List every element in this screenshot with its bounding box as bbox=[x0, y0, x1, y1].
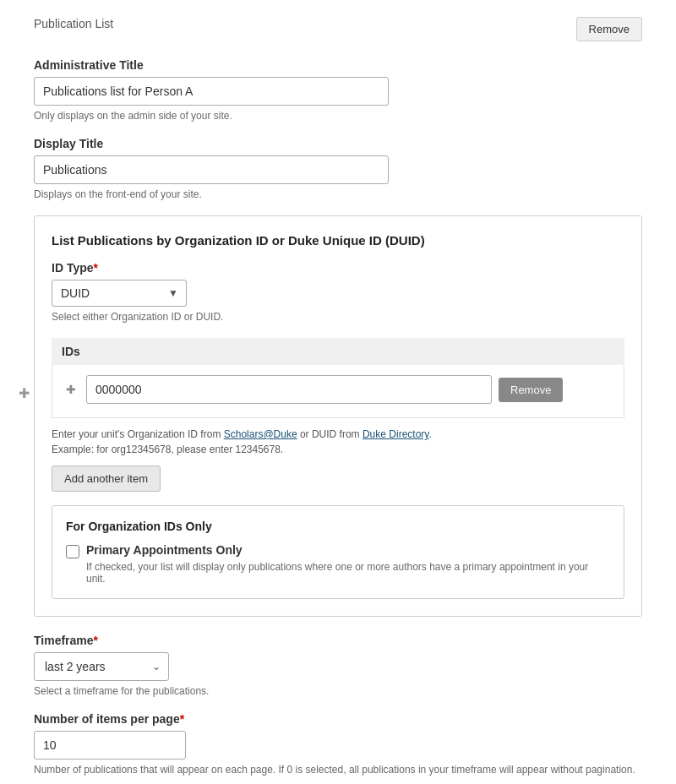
id-type-select-wrapper: DUID Organization ID ▼ bbox=[52, 280, 187, 307]
id-row: ✚ Remove bbox=[63, 375, 613, 404]
items-per-page-input[interactable] bbox=[34, 731, 186, 760]
remove-id-button[interactable]: Remove bbox=[499, 378, 563, 402]
timeframe-group: Timeframe* last 2 years last 5 years las… bbox=[34, 634, 642, 697]
section-title: Publication List bbox=[34, 17, 113, 30]
items-per-page-required-star: * bbox=[180, 712, 184, 726]
admin-title-group: Administrative Title Only displays on th… bbox=[34, 58, 642, 122]
admin-title-input[interactable] bbox=[34, 77, 389, 106]
primary-appointments-checkbox[interactable] bbox=[66, 545, 79, 558]
org-ids-only-title: For Organization IDs Only bbox=[66, 520, 610, 533]
org-box-title: List Publications by Organization ID or … bbox=[52, 233, 624, 248]
items-per-page-label: Number of items per page* bbox=[34, 712, 642, 726]
display-title-input[interactable] bbox=[34, 155, 389, 184]
ids-row-container: ✚ Remove bbox=[52, 365, 624, 418]
id-type-group: ID Type* DUID Organization ID ▼ Select e… bbox=[52, 261, 624, 323]
display-title-hint: Displays on the front-end of your site. bbox=[34, 188, 642, 200]
duke-directory-link[interactable]: Duke Directory bbox=[363, 428, 428, 440]
ids-header: IDs bbox=[52, 338, 624, 365]
org-ids-only-box: For Organization IDs Only Primary Appoin… bbox=[52, 505, 624, 599]
id-type-select[interactable]: DUID Organization ID bbox=[52, 280, 187, 307]
timeframe-select-wrapper: last 2 years last 5 years last 10 years … bbox=[34, 652, 169, 681]
primary-appointments-label: Primary Appointments Only bbox=[86, 543, 243, 557]
primary-appointments-hint: If checked, your list will display only … bbox=[86, 561, 610, 585]
timeframe-label: Timeframe* bbox=[34, 634, 642, 647]
admin-title-hint: Only displays on the admin side of your … bbox=[34, 110, 642, 122]
id-type-hint: Select either Organization ID or DUID. bbox=[52, 311, 624, 323]
items-per-page-group: Number of items per page* Number of publ… bbox=[34, 712, 642, 776]
primary-appointments-row: Primary Appointments Only bbox=[66, 543, 610, 558]
ids-section: IDs ✚ Remove bbox=[52, 338, 624, 418]
remove-top-button[interactable]: Remove bbox=[576, 17, 642, 41]
display-title-label: Display Title bbox=[34, 137, 642, 150]
org-box: List Publications by Organization ID or … bbox=[34, 215, 642, 617]
timeframe-hint: Select a timeframe for the publications. bbox=[34, 685, 642, 697]
timeframe-required-star: * bbox=[94, 634, 98, 647]
add-another-item-button[interactable]: Add another item bbox=[52, 466, 161, 492]
timeframe-select[interactable]: last 2 years last 5 years last 10 years … bbox=[34, 652, 169, 681]
primary-appointments-text: Primary Appointments Only bbox=[86, 543, 243, 557]
scholars-duke-link[interactable]: Scholars@Duke bbox=[224, 428, 297, 440]
display-title-group: Display Title Displays on the front-end … bbox=[34, 137, 642, 200]
id-value-input[interactable] bbox=[86, 375, 492, 404]
outer-drag-handle-icon[interactable]: ✚ bbox=[19, 385, 30, 401]
required-star: * bbox=[94, 261, 98, 275]
admin-title-label: Administrative Title bbox=[34, 58, 642, 72]
id-type-label: ID Type* bbox=[52, 261, 624, 275]
drag-handle-icon[interactable]: ✚ bbox=[63, 379, 79, 400]
ids-info: Enter your unit's Organization ID from S… bbox=[52, 427, 624, 457]
ids-example: Example: for org12345678, please enter 1… bbox=[52, 444, 283, 455]
items-per-page-hint: Number of publications that will appear … bbox=[34, 764, 642, 776]
